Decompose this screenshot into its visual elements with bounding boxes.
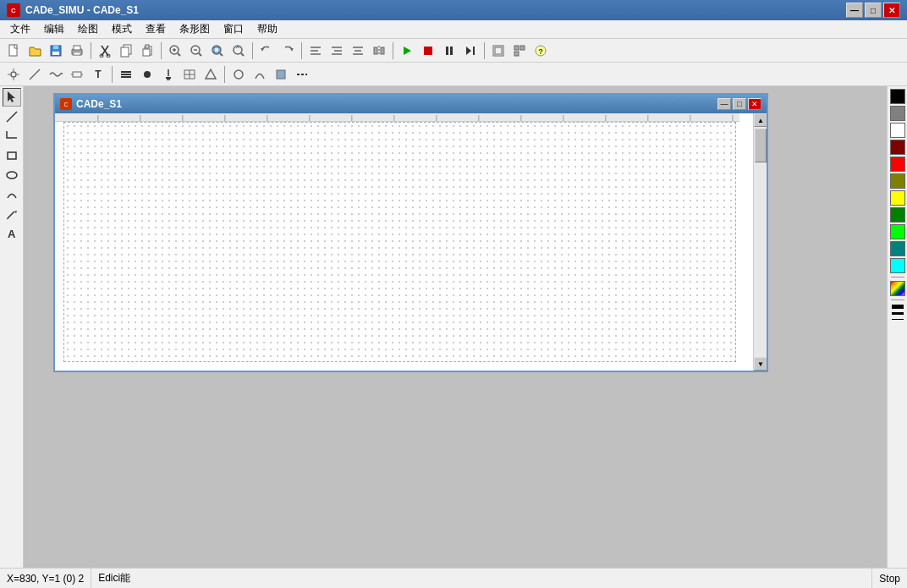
help-button[interactable]: ? [530, 41, 551, 60]
cut-button[interactable] [95, 41, 115, 60]
copy-button[interactable] [116, 41, 136, 60]
color-black[interactable] [890, 89, 905, 104]
maximize-button[interactable]: □ [865, 3, 882, 18]
text-draw-tool[interactable]: A [3, 224, 21, 243]
menu-item-条形图[interactable]: 条形图 [173, 20, 217, 38]
dash-tool[interactable] [292, 65, 312, 84]
scroll-up-button[interactable]: ▲ [754, 113, 767, 127]
ruler-horizontal: | | | | | | | | | | | | | [55, 113, 739, 122]
sep5 [393, 42, 393, 59]
color-yellow[interactable] [890, 190, 905, 206]
scroll-track [754, 127, 767, 357]
sub-minimize-button[interactable]: — [717, 98, 731, 110]
coords-section: X=830, Y=1 (0) 2 [0, 569, 91, 588]
menu-item-绘图[interactable]: 绘图 [71, 20, 105, 38]
svg-rect-12 [121, 47, 129, 57]
color-cyan[interactable] [890, 258, 905, 273]
align1-button[interactable] [305, 41, 326, 60]
poly-tool[interactable] [201, 65, 221, 84]
title-bar: C CADe_SIMU - CADe_S1 — □ ✕ [0, 0, 907, 20]
pencil-tool[interactable] [3, 205, 21, 223]
canvas-area: C CADe_S1 — □ ✕ | [24, 86, 887, 568]
color-darkgreen[interactable] [890, 207, 905, 223]
arc-draw-tool[interactable] [3, 185, 21, 204]
color-rainbow[interactable] [890, 281, 905, 296]
menu-item-模式[interactable]: 模式 [105, 20, 139, 38]
junction-tool[interactable] [137, 65, 157, 84]
scroll-down-button[interactable]: ▼ [754, 357, 767, 371]
net-tool[interactable] [179, 65, 200, 84]
status-bar: X=830, Y=1 (0) 2 Edici能 Stop [0, 568, 907, 588]
zoom-fit-button[interactable] [228, 41, 249, 60]
menu-item-查看[interactable]: 查看 [139, 20, 173, 38]
view1-button[interactable] [488, 41, 508, 60]
align3-button[interactable] [348, 41, 368, 60]
sub-close-button[interactable]: ✕ [748, 98, 761, 110]
redo-button[interactable] [278, 41, 298, 60]
align2-button[interactable] [327, 41, 347, 60]
line-thick[interactable] [892, 305, 904, 309]
menu-item-帮助[interactable]: 帮助 [250, 20, 284, 38]
zoom-window-button[interactable] [207, 41, 228, 60]
sub-maximize-button[interactable]: □ [733, 98, 746, 110]
menu-item-文件[interactable]: 文件 [3, 20, 37, 38]
circle-tool2[interactable] [228, 65, 249, 84]
svg-rect-14 [143, 49, 150, 56]
sep1 [91, 42, 91, 59]
svg-rect-6 [74, 52, 80, 55]
bus-tool[interactable] [116, 65, 136, 84]
wire-tool[interactable] [3, 127, 21, 146]
ellipse-tool[interactable] [3, 166, 21, 184]
rect-tool[interactable] [3, 146, 21, 165]
line-thin[interactable] [892, 319, 904, 320]
line-medium[interactable] [892, 312, 904, 315]
color-gray[interactable] [890, 106, 905, 121]
grid-area[interactable] [63, 122, 736, 362]
paste-button[interactable] [137, 41, 157, 60]
close-button[interactable]: ✕ [883, 3, 900, 18]
view2-button[interactable] [509, 41, 530, 60]
color-darkred[interactable] [890, 140, 905, 155]
scroll-thumb[interactable] [755, 129, 767, 162]
color-teal[interactable] [890, 241, 905, 256]
stop-button[interactable] [418, 41, 438, 60]
color-white[interactable] [890, 123, 905, 138]
wave-tool[interactable] [46, 65, 66, 84]
line-draw-tool[interactable] [3, 107, 21, 126]
menu-item-窗口[interactable]: 窗口 [217, 20, 250, 38]
zoom-out-button[interactable] [186, 41, 206, 60]
svg-rect-44 [446, 47, 448, 55]
menu-item-编辑[interactable]: 编辑 [37, 20, 71, 38]
diagonal-tool[interactable] [25, 65, 45, 84]
color-green[interactable] [890, 224, 905, 239]
power-tool[interactable] [158, 65, 179, 84]
play-button[interactable] [397, 41, 417, 60]
action-text: Stop [879, 573, 900, 585]
pause-button[interactable] [439, 41, 459, 60]
save-button[interactable] [46, 41, 66, 60]
sub-title-bar[interactable]: C CADe_S1 — □ ✕ [55, 95, 767, 113]
step-button[interactable] [460, 41, 481, 60]
svg-line-85 [7, 218, 8, 219]
svg-line-22 [199, 53, 201, 56]
color-olive[interactable] [890, 173, 905, 189]
print-button[interactable] [67, 41, 87, 60]
toolbar2: T [0, 63, 907, 86]
fill-tool[interactable] [271, 65, 291, 84]
coords-text: X=830, Y=1 (0) 2 [7, 573, 84, 585]
pointer-tool[interactable] [3, 65, 24, 84]
menu-bar: 文件编辑绘图模式查看条形图窗口帮助 [0, 20, 907, 39]
new-button[interactable] [3, 41, 24, 60]
color-red[interactable] [890, 157, 905, 172]
drawing-canvas[interactable]: | | | | | | | | | | | | | [55, 113, 753, 371]
select-tool[interactable] [3, 88, 21, 107]
arc-tool[interactable] [250, 65, 270, 84]
distribute-button[interactable] [369, 41, 389, 60]
zoom-in-button[interactable] [165, 41, 185, 60]
component-tool[interactable] [67, 65, 87, 84]
text-tool-tb[interactable]: T [88, 65, 108, 84]
svg-rect-50 [514, 46, 519, 50]
undo-button[interactable] [256, 41, 277, 60]
open-button[interactable] [25, 41, 45, 60]
minimize-button[interactable]: — [846, 3, 863, 18]
